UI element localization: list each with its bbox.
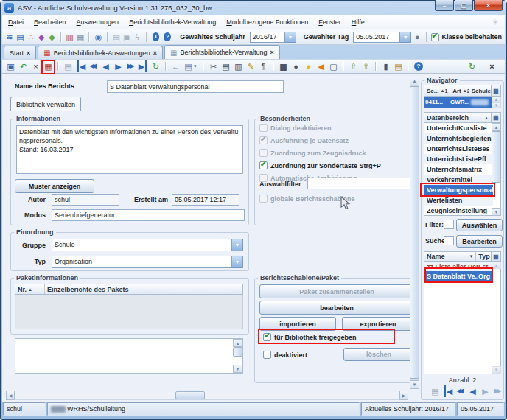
auswaehlen-button[interactable]: Auswählen <box>456 219 503 231</box>
rueckgaengig-icon[interactable]: ↶ <box>18 60 29 72</box>
loeschen-button[interactable]: löschen <box>343 348 414 361</box>
chevron-down-icon[interactable]: ▼ <box>232 239 243 251</box>
zurueck-icon[interactable]: ◀ <box>467 385 478 397</box>
scroll-down-icon[interactable]: ▼ <box>233 365 242 373</box>
schueler-icon[interactable]: ≋ <box>5 31 14 43</box>
berichte-table-header[interactable]: Name▼ Typ ▦ <box>424 251 501 262</box>
grid-settings-icon[interactable]: ▦ <box>491 252 500 261</box>
scrollbar-thumb[interactable] <box>410 86 419 379</box>
col-typ[interactable]: Typ <box>476 252 491 261</box>
paket-table-body[interactable] <box>15 295 243 329</box>
paket-zusammenstellen-button[interactable]: Paket zusammenstellen <box>259 284 414 298</box>
auswahl-icon[interactable]: ▢ <box>328 60 339 72</box>
paket-list[interactable] <box>15 338 243 374</box>
col-name[interactable]: Name▼ <box>424 252 476 261</box>
scroll-up-icon[interactable]: ▲ <box>492 262 501 269</box>
col-schule[interactable]: Schule <box>469 85 491 96</box>
scrollbar-thumb[interactable] <box>492 131 501 183</box>
list-item[interactable]: Verkehrsmittel <box>424 175 493 185</box>
stempel-icon[interactable]: ● <box>290 60 301 72</box>
schnell-zurueck-icon[interactable]: ◀◀ <box>455 385 466 397</box>
menu-modulbezogene-funktionen[interactable]: Modulbezogene Funktionen <box>226 18 308 26</box>
chevron-down-icon[interactable]: ▼ <box>285 32 296 43</box>
list-item[interactable]: UnterrichtsListePfl <box>424 154 493 164</box>
datenbank-icon[interactable]: ◉ <box>94 31 102 43</box>
menu-fenster[interactable]: Fenster <box>318 18 341 26</box>
zuordnung-zeugnisdruck-checkbox[interactable]: Zuordnung zum Zeugnisdruck <box>259 149 366 157</box>
bericht-neu-icon[interactable]: ▤ <box>183 60 194 72</box>
ausspielen-icon[interactable]: ⇧ <box>360 60 371 72</box>
zurueck-icon[interactable]: ◀ <box>100 60 111 72</box>
datenbereich-list[interactable]: UnterrichtKursliste Unterrichtsbegleiten… <box>424 123 501 216</box>
schnell-zurueck-icon[interactable]: ◀◀ <box>88 60 99 72</box>
vor-icon[interactable]: ▶ <box>113 60 124 72</box>
scroll-down-icon[interactable]: ▼ <box>492 208 501 216</box>
fenster-icon[interactable]: ▣ <box>122 31 131 43</box>
bericht-row[interactable]: zz Liste aller Per... Lst <box>424 262 492 271</box>
exportieren-button[interactable]: exportieren <box>342 317 414 331</box>
deaktiviert-checkbox[interactable]: deaktiviert <box>263 351 307 359</box>
ausfuehrung-je-datensatz-checkbox[interactable]: Ausführung je Datensatz <box>259 136 349 144</box>
minimize-button[interactable]: – <box>435 0 454 11</box>
col-art[interactable]: Art▲2 <box>450 85 469 96</box>
zuordnung-sondertaste-checkbox[interactable]: Zuordnung zur Sondertaste Strg+P <box>259 161 381 169</box>
schul-row[interactable]: 0411... GWR... <box>424 97 492 108</box>
vor-icon[interactable]: ▶ <box>480 385 491 397</box>
kopie-icon[interactable]: ▤ <box>430 385 441 397</box>
col-einzelberichte[interactable]: Einzelberichte des Pakets <box>45 284 242 294</box>
autor-field[interactable]: schul <box>52 194 119 206</box>
abmelden-icon[interactable]: ● <box>413 31 422 43</box>
scroll-right-icon[interactable]: ▶ <box>399 391 408 400</box>
menu-hilfe[interactable]: Hilfe <box>352 18 365 26</box>
bearbeiten-icon[interactable]: ✎ <box>245 60 256 72</box>
muster-anzeigen-button[interactable]: Muster anzeigen <box>15 179 94 193</box>
datenbereich-header[interactable]: Datenbereich▲ ▦ <box>424 112 501 123</box>
hilfe-icon[interactable]: ? <box>164 32 171 41</box>
scrollbar-thumb[interactable] <box>233 347 242 357</box>
scroll-down-icon[interactable]: ▼ <box>410 380 419 389</box>
hinweis-icon[interactable]: ● <box>303 60 314 72</box>
bearbeiten-nav-button[interactable]: Bearbeiten <box>456 235 503 248</box>
list-item-selected[interactable]: Verwaltungspersonal <box>424 185 493 195</box>
scroll-up-icon[interactable]: ▲ <box>410 77 419 85</box>
auswahlfilter-input[interactable] <box>307 178 417 189</box>
menu-auswertungen[interactable]: Auswertungen <box>77 18 119 26</box>
list-item[interactable]: Unterrichtsmatrix <box>424 164 493 175</box>
einfuegen-icon[interactable]: ▥ <box>233 60 244 72</box>
close-icon[interactable]: × <box>153 49 157 57</box>
report-name-input[interactable]: S Datenblatt Verwaltungspersonal <box>107 80 284 93</box>
info-icon[interactable]: i <box>153 32 160 41</box>
hilfe-icon[interactable]: ? <box>414 62 423 71</box>
blitz-icon[interactable]: ϟ <box>133 31 141 43</box>
scroll-up-icon[interactable]: ▲ <box>233 339 242 347</box>
globale-berichtsschablone-checkbox[interactable]: globale Berichtsschablone <box>259 195 355 203</box>
grid-settings-icon[interactable]: ▦ <box>491 113 500 122</box>
filter-input[interactable] <box>444 220 454 229</box>
dialog-deaktivieren-checkbox[interactable]: Dialog deaktivieren <box>259 124 332 132</box>
tab-bibliothek-verwalten[interactable]: Bibliothek verwalten <box>10 97 81 111</box>
mitteilung-gruen-icon[interactable]: ◆ <box>47 31 56 43</box>
klasse-beibehalten-checkbox[interactable]: Klasse beibehalten <box>431 33 503 41</box>
importieren-button[interactable]: importieren <box>259 317 336 331</box>
suche-input[interactable] <box>444 236 454 245</box>
tab-start[interactable]: Start × <box>4 46 36 59</box>
tab-berichtsbibliothek-verwaltung[interactable]: ▦ Berichtsbibliothek-Verwaltung × <box>164 45 280 59</box>
list-item[interactable]: Unterrichtsbegleiten... <box>424 133 493 144</box>
ansicht-aktualisieren-icon[interactable]: ↻ <box>466 60 478 72</box>
scroll-down-icon[interactable]: ▼ <box>492 102 501 108</box>
grid-settings-icon[interactable]: ▦ <box>491 85 500 96</box>
close-icon[interactable]: × <box>27 49 30 57</box>
bericht-row-selected[interactable]: S Datenblatt Ve... Org <box>424 271 492 281</box>
tag-select[interactable]: 05.05.2017 ▼ <box>353 32 411 43</box>
col-nr[interactable]: Nr. ▲ <box>15 284 45 294</box>
erster-datensatz-icon[interactable]: ◀ <box>77 60 86 72</box>
lehrkraefte-icon[interactable]: ∴ <box>27 31 35 43</box>
paket-table-header[interactable]: Nr. ▲ Einzelberichte des Pakets <box>15 284 243 295</box>
list-item[interactable]: Wertelisten <box>424 195 493 206</box>
scroll-left-icon[interactable]: ◀ <box>6 391 15 400</box>
chevron-down-icon[interactable]: ▼ <box>232 256 243 268</box>
col-schulnummer[interactable]: Sc...▲1 <box>424 85 450 96</box>
close-icon[interactable]: × <box>270 49 274 56</box>
tab-berichtsbibliothek-auswertungen[interactable]: ▦ Berichtsbibliothek-Auswertungen × <box>38 46 163 59</box>
list-item[interactable]: Zeugniseinstellung <box>424 206 493 216</box>
